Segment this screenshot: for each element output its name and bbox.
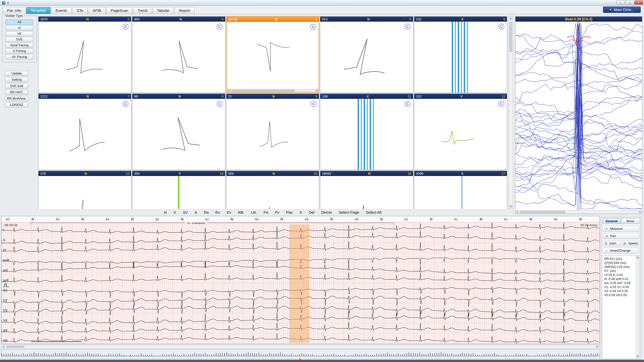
beat-type-action[interactable]: Pav [286,210,293,214]
overview-strip[interactable] [1,349,600,359]
calibration-icon[interactable]: C [498,24,504,30]
template-cell[interactable]: 3099 X 17 [414,171,507,209]
sidebar-action-button[interactable]: Update [5,71,28,76]
template-cell[interactable]: 28463 N 16 [320,171,413,209]
beat-annotation[interactable]: 61 [504,217,508,221]
grid-scrollbar[interactable]: ▲ ▼ [509,16,513,209]
type-filter-button[interactable]: Atrial Pacing [6,43,33,48]
beat-annotation[interactable]: 61 [454,217,458,221]
sidebar-action-button[interactable]: SVE Edit [5,83,28,88]
beat-type-action[interactable]: V [174,210,176,214]
beat-type-action[interactable]: Ea [204,210,209,214]
calibration-icon[interactable]: C [498,101,504,107]
ecg-scrollbar[interactable]: ◄ ► [1,345,600,349]
scroll-right-icon[interactable]: ► [596,345,599,348]
selected-beat-highlight[interactable] [290,224,309,343]
beat-annotation[interactable]: 62 [205,217,209,221]
template-cell[interactable]: 1212 N 7 [38,94,131,170]
beat-annotation[interactable]: 63 [106,217,109,221]
position-marker-icon[interactable] [298,358,302,361]
type-filter-button[interactable]: VE [6,31,33,36]
beat-annotation[interactable]: N [81,217,84,221]
beat-type-action[interactable]: Select All [366,210,381,214]
template-cell[interactable]: 21 N 9 [226,94,319,170]
pan-button[interactable]: ⊕ Pan [602,233,639,239]
scroll-right-icon[interactable]: ► [315,89,319,92]
calibration-icon[interactable]: C [217,24,223,30]
template-cell[interactable]: 232 X 6 [414,16,507,93]
overlay-scrollbar-thumb[interactable] [520,211,565,213]
beat-annotation[interactable]: N [480,217,482,221]
beat-type-action[interactable]: En [215,210,220,214]
beat-type-action[interactable]: Pv [275,210,279,214]
beat-annotation[interactable]: N [181,217,183,221]
beat-overlay-panel[interactable]: Beat 0-39 [CH.3] ◄ ► [515,16,642,214]
template-cell[interactable]: 152 V 12 [414,94,507,170]
beat-annotation[interactable]: 65 [255,217,259,221]
sidebar-action-button[interactable]: LORENZ [5,102,28,107]
beat-type-action[interactable]: LB. [251,210,257,214]
beat-type-action[interactable]: N [164,210,167,214]
nav-tab[interactable]: STe [72,7,88,14]
beat-annotation[interactable]: 64 [305,217,308,221]
overlay-scrollbar[interactable]: ◄ ► [515,210,642,214]
template-cell[interactable]: 276 N 13 [38,171,131,209]
nav-tab[interactable]: Tabular [152,7,174,14]
template-cell[interactable]: 1870 N 2 [38,16,131,93]
type-filter-button[interactable]: N [6,25,33,30]
beat-annotation[interactable]: N [280,217,283,221]
beat-annotation[interactable]: N [231,217,233,221]
sidebar-action-button[interactable]: RR BirdView. [5,96,28,101]
beat-annotation[interactable]: 65 [56,217,59,221]
measurement-scrollbar[interactable]: ▲ ▼ [636,256,639,358]
scroll-left-icon[interactable]: ◄ [2,345,5,348]
beat-type-action[interactable]: SV [183,210,188,214]
beat-annotation[interactable]: 61 [405,217,408,221]
template-cell[interactable]: 958 N 15 [226,171,319,209]
scroll-up-icon[interactable]: ▲ [509,17,513,21]
type-filter-button[interactable]: V Pacing [6,49,33,54]
grid-scrollbar-thumb[interactable] [509,22,512,52]
beat-annotation[interactable]: N [380,217,383,221]
close-button[interactable]: × [634,1,643,5]
more-clinic-button[interactable]: ▼ More Clinic... [603,7,641,13]
beat-type-action[interactable]: Demix [321,210,332,214]
beat-type-action[interactable]: Ev [227,210,231,214]
scroll-down-icon[interactable]: ▼ [509,205,513,209]
calibration-icon[interactable]: C [310,24,316,30]
sidebar-action-button[interactable]: RR HIST. [5,90,28,95]
ecg-grid-area[interactable]: -06:08:08 50.00 mm/s ST Elevation I II [2,222,599,344]
beat-annotation[interactable]: 63 [6,217,10,221]
template-cell[interactable]: 623 N 5 [320,16,413,93]
cell-scrollbar[interactable]: ◄ ► [227,89,319,92]
nav-tab[interactable]: Pat. Info [3,7,26,14]
scrollbar-thumb[interactable] [230,90,295,92]
gain-button[interactable]: ⇅ Gain [602,240,620,246]
tab-more[interactable]: More [621,218,639,224]
beat-type-action[interactable]: Select Page [339,210,359,214]
beat-type-action[interactable]: A [195,210,197,214]
beat-type-action[interactable]: X [299,210,302,214]
sidebar-action-button[interactable]: Setting [5,77,28,82]
calibration-icon[interactable]: C [405,101,411,107]
insert-change-button[interactable]: ↕ Insert/Change [602,248,639,253]
nav-tab[interactable]: Events [51,7,72,14]
type-filter-button[interactable]: SVE [6,37,33,42]
scroll-right-icon[interactable]: ► [638,210,642,214]
calibration-icon[interactable]: C [310,101,316,107]
beat-annotation[interactable]: 62 [155,217,159,221]
beat-annotation[interactable]: N [430,217,432,221]
nav-tab[interactable]: Template [26,7,51,14]
scroll-left-icon[interactable]: ◄ [515,210,519,214]
beat-type-action[interactable]: Del [309,210,314,214]
template-cell[interactable]: 42746 N 4 [226,16,319,93]
beat-annotation[interactable]: N [330,217,333,221]
beat-annotation[interactable]: N [579,217,582,221]
beat-type-action[interactable]: Pa [264,210,268,214]
measure-button[interactable]: ⌖ Measure [602,226,639,232]
beat-annotation[interactable]: N [131,217,134,221]
speed-button[interactable]: ⇄ Speed [621,240,639,246]
nav-tab[interactable]: Trend [133,7,152,14]
tab-general[interactable]: General [602,218,621,224]
nav-tab[interactable]: AFIB [88,7,105,14]
